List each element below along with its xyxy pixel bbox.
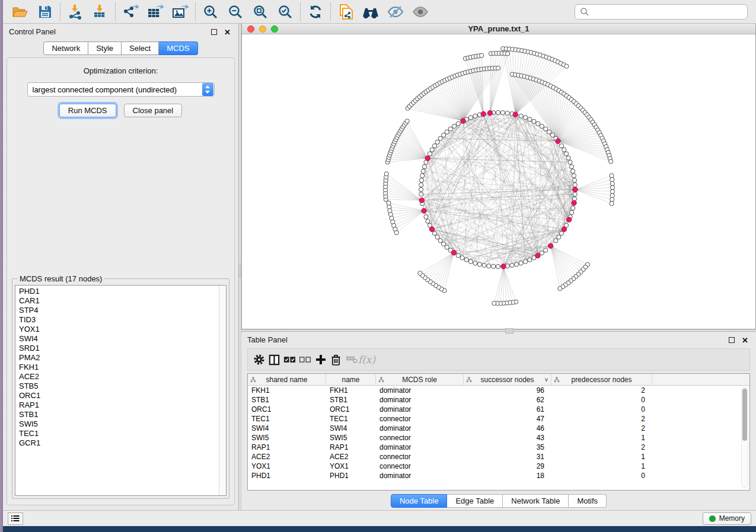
delete-table-button[interactable] — [344, 351, 359, 368]
shared-column-icon — [466, 377, 472, 383]
zoom-out-button[interactable] — [223, 2, 248, 22]
run-mcds-button[interactable]: Run MCDS — [59, 104, 116, 117]
gear-icon — [253, 354, 265, 366]
result-node-item[interactable]: SRD1 — [19, 344, 219, 353]
cell-predecessor_nodes: 0 — [551, 471, 652, 480]
table-row[interactable]: SWI4SWI4dominator462 — [248, 424, 749, 433]
mcds-tab-panel: Optimization criterion: largest connecte… — [7, 57, 235, 505]
horizontal-splitter[interactable] — [241, 329, 756, 332]
result-node-item[interactable]: ORC1 — [19, 391, 219, 400]
result-node-item[interactable]: GCR1 — [19, 438, 219, 448]
result-node-item[interactable]: SWI5 — [19, 419, 219, 429]
export-network-button[interactable] — [118, 2, 143, 22]
apply-layout-button[interactable] — [303, 2, 328, 22]
cell-predecessor_nodes: 2 — [551, 414, 652, 424]
table-row[interactable]: FKH1FKH1dominator962 — [248, 386, 749, 395]
import-network-button[interactable] — [63, 2, 88, 22]
zoom-fit-button[interactable] — [248, 2, 273, 22]
result-list-scrollbar[interactable] — [219, 286, 226, 495]
tab-select[interactable]: Select — [122, 41, 159, 55]
hide-selected-button[interactable] — [383, 2, 408, 22]
network-canvas[interactable] — [242, 34, 755, 329]
tab-style[interactable]: Style — [88, 41, 122, 55]
result-node-item[interactable]: FKH1 — [19, 363, 219, 372]
task-history-button[interactable] — [8, 512, 23, 525]
vertical-splitter[interactable] — [238, 24, 241, 510]
result-node-item[interactable]: STB1 — [19, 410, 219, 419]
column-header-name[interactable]: name — [326, 374, 376, 385]
result-node-item[interactable]: STB5 — [19, 382, 219, 391]
table-row[interactable]: STB1STB1dominator620 — [248, 395, 749, 405]
result-node-item[interactable]: TID3 — [19, 315, 219, 325]
table-row[interactable]: PHD1PHD1dominator180 — [248, 471, 749, 480]
import-table-button[interactable] — [88, 2, 113, 22]
result-node-item[interactable]: YOX1 — [19, 325, 219, 334]
result-node-item[interactable]: PHD1 — [19, 287, 219, 296]
table-scrollbar[interactable] — [741, 387, 748, 488]
tab-node-table[interactable]: Node Table — [391, 494, 448, 508]
search-input[interactable] — [589, 7, 742, 16]
close-panel-button[interactable]: ✕ — [224, 28, 232, 35]
result-node-item[interactable]: TEC1 — [19, 429, 219, 438]
show-all-button[interactable] — [408, 2, 433, 22]
zoom-in-button[interactable] — [198, 2, 223, 22]
tab-mcds[interactable]: MCDS — [159, 41, 197, 55]
result-node-item[interactable]: STP4 — [19, 306, 219, 315]
table-row[interactable]: TEC1TEC1connector472 — [248, 414, 749, 424]
export-table-icon — [147, 4, 164, 20]
cell-name: TEC1 — [326, 414, 376, 424]
column-header-mcds_role[interactable]: MCDS role — [376, 374, 464, 385]
column-header-shared_name[interactable]: shared name — [248, 374, 326, 385]
result-node-item[interactable]: ACE2 — [19, 372, 219, 382]
save-session-button[interactable] — [33, 2, 58, 22]
criterion-select[interactable]: largest connected component (undirected) — [27, 82, 215, 97]
table-settings-button[interactable] — [251, 351, 266, 368]
tab-network-table[interactable]: Network Table — [503, 494, 569, 508]
memory-button[interactable]: Memory — [703, 512, 751, 525]
delete-column-button[interactable] — [328, 351, 343, 368]
column-header-predecessor_nodes[interactable]: predecessor nodes — [551, 374, 652, 385]
table-row[interactable]: ACE2ACE2connector311 — [248, 452, 749, 462]
network-graph[interactable] — [242, 34, 755, 329]
splitter-handle[interactable] — [239, 264, 241, 278]
tab-network[interactable]: Network — [43, 41, 88, 55]
tab-motifs[interactable]: Motifs — [569, 494, 607, 508]
tab-edge-table[interactable]: Edge Table — [447, 494, 503, 508]
splitter-handle[interactable] — [505, 328, 513, 334]
search-box[interactable] — [575, 4, 748, 20]
zoom-selected-button[interactable] — [273, 2, 298, 22]
result-node-item[interactable]: CAR1 — [19, 296, 219, 306]
new-network-from-selection-button[interactable] — [333, 2, 358, 22]
result-node-item[interactable]: PMA2 — [19, 353, 219, 363]
table-row[interactable]: YOX1YOX1connector291 — [248, 462, 749, 471]
cell-shared_name: SWI4 — [248, 424, 326, 433]
close-table-panel-button[interactable]: ✕ — [742, 336, 750, 343]
open-session-button[interactable] — [8, 2, 33, 22]
eye-slash-icon — [387, 5, 404, 19]
table-row[interactable]: RAP1RAP1dominator352 — [248, 443, 749, 452]
export-image-button[interactable] — [168, 2, 193, 22]
eye-icon — [412, 5, 429, 19]
float-table-panel-button[interactable] — [729, 336, 737, 343]
delete-table-icon — [346, 355, 358, 364]
deselect-all-button[interactable] — [298, 351, 312, 368]
first-neighbors-button[interactable] — [358, 2, 383, 22]
node-table[interactable]: shared namenameMCDS rolesuccessor nodes∨… — [247, 373, 750, 491]
mcds-result-list[interactable]: PHD1CAR1STP4TID3YOX1SWI4SRD1PMA2FKH1ACE2… — [15, 285, 227, 496]
network-window-titlebar[interactable]: YPA_prune.txt_1 — [242, 24, 755, 34]
function-builder-button[interactable]: f(x) — [359, 351, 374, 368]
show-column-button[interactable] — [267, 351, 282, 368]
result-node-item[interactable]: SWI4 — [19, 334, 219, 344]
float-panel-button[interactable] — [211, 28, 219, 35]
export-table-button[interactable] — [143, 2, 168, 22]
columns-icon — [269, 354, 280, 366]
close-mcds-panel-button[interactable]: Close panel — [124, 104, 183, 117]
create-column-button[interactable] — [313, 351, 328, 368]
scrollbar-thumb[interactable] — [742, 389, 747, 441]
column-header-successor_nodes[interactable]: successor nodes∨ — [464, 374, 551, 385]
result-node-item[interactable]: RAP1 — [19, 400, 219, 410]
table-row[interactable]: ORC1ORC1dominator610 — [248, 405, 749, 414]
select-all-button[interactable] — [282, 351, 297, 368]
mcds-result-title: MCDS result (17 nodes) — [17, 274, 104, 283]
table-row[interactable]: SWI5SWI5connector431 — [248, 433, 749, 443]
